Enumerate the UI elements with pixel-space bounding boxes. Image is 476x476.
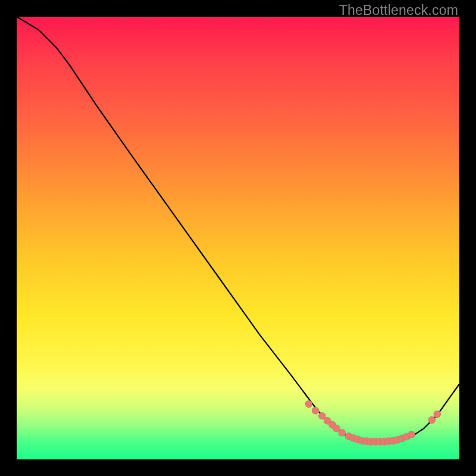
highlight-dot <box>339 429 346 436</box>
highlight-dot <box>312 407 319 414</box>
highlight-dot <box>428 416 436 424</box>
highlight-dot <box>305 400 312 408</box>
highlight-dot <box>408 431 415 438</box>
chart-plot-area <box>17 17 459 459</box>
bottleneck-curve <box>17 17 459 441</box>
highlight-dots-group <box>305 400 441 446</box>
highlight-dot <box>434 411 441 418</box>
watermark-text: TheBottleneck.com <box>339 2 458 18</box>
chart-frame: TheBottleneck.com <box>0 0 476 476</box>
chart-svg <box>17 17 459 459</box>
